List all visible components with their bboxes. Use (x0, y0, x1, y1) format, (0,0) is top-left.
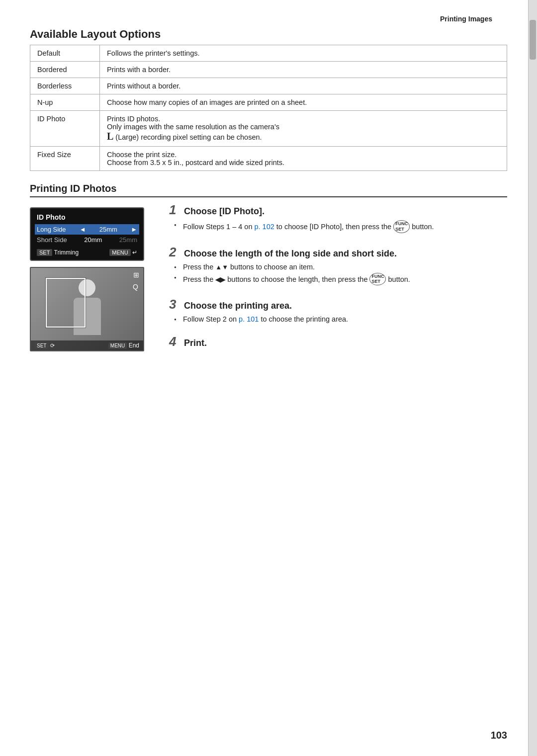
desc-bordered: Prints with a border. (100, 62, 507, 78)
header-title: Printing Images (440, 15, 492, 23)
step-3-header: 3 Choose the printing area. (169, 297, 507, 312)
step-1-bullets: Follow Steps 1 – 4 on p. 102 to choose [… (169, 221, 507, 234)
func-set-button-1: FUNCSET (393, 220, 410, 233)
section-layout-options: Available Layout Options Default Follows… (30, 28, 507, 171)
step-1-title: Choose [ID Photo]. (184, 206, 265, 217)
layout-table: Default Follows the printer's settings. … (30, 45, 507, 171)
table-row: Borderless Prints without a border. (30, 78, 507, 94)
screen-footer: SET Trimming MENU ↵ (37, 249, 137, 256)
menu-return-icon: ↵ (132, 249, 137, 256)
func-set-button-2: FUNCSET (369, 273, 386, 286)
up-down-arrows: ▲▼ (215, 263, 228, 271)
photo-footer-right: MENU End (108, 342, 139, 349)
screen-title: ID Photo (37, 213, 137, 221)
set-label: SET (37, 249, 52, 256)
table-row: N-up Choose how many copies of an images… (30, 94, 507, 111)
option-idphoto: ID Photo (30, 111, 100, 147)
photo-footer-left: SET ⟳ (35, 342, 55, 349)
crop-frame (46, 278, 86, 328)
step-2-header: 2 Choose the length of the long side and… (169, 245, 507, 260)
screen-row-longside: Long Side ◄ 25mm ► (35, 224, 139, 235)
table-row: ID Photo Prints ID photos. Only images w… (30, 111, 507, 147)
screen-row-shortside: Short Side 20mm 25mm (37, 235, 137, 245)
step-1-block: 1 Choose [ID Photo]. Follow Steps 1 – 4 … (169, 202, 507, 234)
option-bordered: Bordered (30, 62, 100, 78)
step-1-bullet-1: Follow Steps 1 – 4 on p. 102 to choose [… (174, 221, 507, 234)
step-3-bullet-1: Follow Step 2 on p. 101 to choose the pr… (174, 315, 507, 323)
table-row: Fixed Size Choose the print size. Choose… (30, 147, 507, 171)
step-2-block: 2 Choose the length of the long side and… (169, 245, 507, 286)
step-1-header: 1 Choose [ID Photo]. (169, 202, 507, 218)
section-printing-id-photos: Printing ID Photos ID Photo Long Side ◄ … (30, 183, 507, 360)
photo-zoom-icon: Q (133, 283, 138, 291)
page-number: 103 (491, 730, 507, 741)
desc-default: Follows the printer's settings. (100, 45, 507, 62)
steps-container: ID Photo Long Side ◄ 25mm ► Short Side 2… (30, 202, 507, 360)
option-default: Default (30, 45, 100, 62)
scrollbar-thumb (530, 20, 536, 60)
step-3-bullets: Follow Step 2 on p. 101 to choose the pr… (169, 315, 507, 323)
link-p102[interactable]: p. 102 (254, 223, 274, 231)
screen-label-longside: Long Side (37, 226, 66, 233)
table-row: Default Follows the printer's settings. (30, 45, 507, 62)
photo-preview-inner (31, 268, 143, 350)
desc-idphoto: Prints ID photos. Only images with the s… (100, 111, 507, 147)
photo-menu-label: MENU (108, 342, 127, 349)
option-borderless: Borderless (30, 78, 100, 94)
left-column: ID Photo Long Side ◄ 25mm ► Short Side 2… (30, 202, 159, 360)
link-p101[interactable]: p. 101 (239, 315, 259, 323)
large-L-icon: L (107, 131, 113, 142)
step-4-number: 4 (169, 334, 180, 349)
screen-footer-left: SET Trimming (37, 249, 79, 256)
screen-footer-right: MENU ↵ (109, 249, 137, 256)
photo-set-icon: ⟳ (50, 342, 55, 348)
trimming-label: Trimming (54, 249, 79, 256)
option-fixedsize: Fixed Size (30, 147, 100, 171)
scrollbar[interactable] (528, 0, 537, 756)
table-row: Bordered Prints with a border. (30, 62, 507, 78)
photo-footer: SET ⟳ MENU End (31, 340, 143, 350)
step-3-title: Choose the printing area. (184, 301, 292, 311)
screen-value-shortside-gray: 25mm (119, 236, 137, 244)
screen-value-shortside: 20mm (84, 236, 102, 244)
step-4-title: Print. (184, 338, 207, 348)
desc-borderless: Prints without a border. (100, 78, 507, 94)
step-3-block: 3 Choose the printing area. Follow Step … (169, 297, 507, 323)
photo-menu-end: End (129, 342, 139, 349)
step-2-bullet-2: Press the ◀▶ buttons to choose the lengt… (174, 273, 507, 286)
step-1-number: 1 (169, 202, 180, 218)
desc-fixedsize: Choose the print size. Choose from 3.5 x… (100, 147, 507, 171)
section2-title: Printing ID Photos (30, 183, 507, 197)
page-header: Printing Images (30, 15, 507, 23)
menu-label: MENU (109, 249, 130, 256)
step-2-bullet-1: Press the ▲▼ buttons to choose an item. (174, 263, 507, 271)
step-3-number: 3 (169, 297, 180, 312)
screen-arrow-left: ◄ (80, 226, 86, 233)
step-4-header: 4 Print. (169, 334, 507, 349)
screen-label-shortside: Short Side (37, 236, 67, 244)
desc-nup: Choose how many copies of an images are … (100, 94, 507, 111)
right-column: 1 Choose [ID Photo]. Follow Steps 1 – 4 … (159, 202, 507, 360)
photo-set-label: SET (35, 342, 48, 349)
screen-arrow-right: ► (131, 226, 137, 233)
option-nup: N-up (30, 94, 100, 111)
section1-title: Available Layout Options (30, 28, 507, 41)
screen-value-longside: 25mm (99, 226, 117, 233)
step-2-title: Choose the length of the long side and s… (184, 249, 397, 259)
step-2-bullets: Press the ▲▼ buttons to choose an item. … (169, 263, 507, 286)
step-4-block: 4 Print. (169, 334, 507, 349)
left-right-arrows: ◀▶ (215, 275, 225, 283)
photo-preview: ⊞ Q SET ⟳ MENU End (30, 267, 144, 351)
photo-expand-icon: ⊞ (133, 271, 139, 279)
page-container: Printing Images Available Layout Options… (0, 0, 537, 756)
camera-screen: ID Photo Long Side ◄ 25mm ► Short Side 2… (30, 207, 144, 261)
step-2-number: 2 (169, 245, 180, 260)
